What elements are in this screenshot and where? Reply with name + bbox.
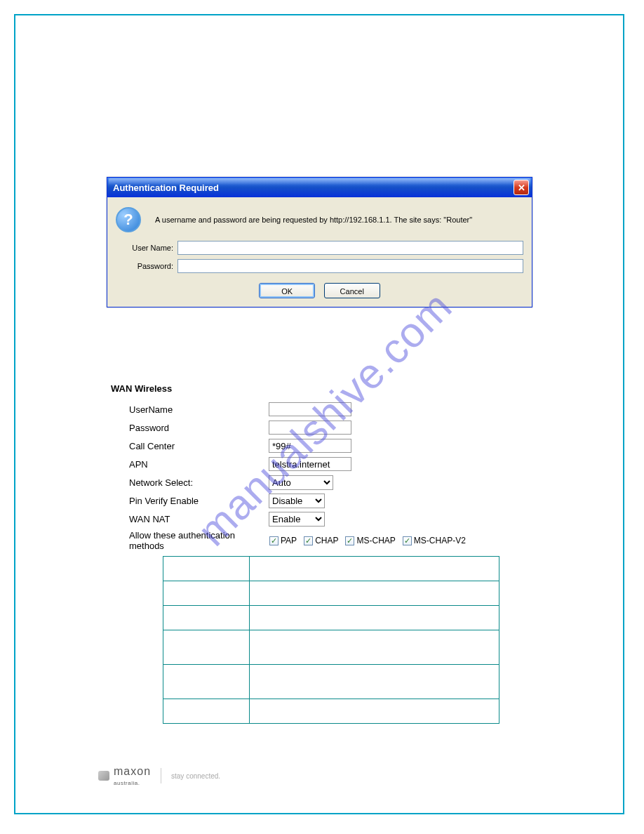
check-icon: ✓ xyxy=(269,536,279,545)
checkbox-label: MS-CHAP xyxy=(356,536,395,545)
checkbox-mschap[interactable]: ✓ MS-CHAP xyxy=(345,536,395,545)
check-icon: ✓ xyxy=(403,536,412,545)
wan-netselect-label: Network Select: xyxy=(111,477,269,488)
footer-sub: australia. xyxy=(114,780,140,786)
footer-brand: maxon xyxy=(114,765,151,777)
auth-methods-group: ✓ PAP ✓ CHAP ✓ MS-CHAP ✓ MS-CHAP-V2 xyxy=(269,536,470,545)
dialog-body: ? A username and password are being requ… xyxy=(107,197,532,307)
checkbox-chap[interactable]: ✓ CHAP xyxy=(304,536,338,545)
footer-separator xyxy=(161,768,161,783)
wan-apn-label: APN xyxy=(111,459,269,470)
dialog-message: A username and password are being reques… xyxy=(155,216,472,224)
wan-netselect-dropdown[interactable]: Auto xyxy=(269,475,333,490)
dialog-titlebar: Authentication Required ✕ xyxy=(107,178,532,197)
checkbox-mschapv2[interactable]: ✓ MS-CHAP-V2 xyxy=(403,536,466,545)
username-label: User Name: xyxy=(116,244,173,252)
footer: maxon australia. stay connected. xyxy=(98,765,220,786)
wan-password-input[interactable] xyxy=(269,421,351,435)
cancel-button[interactable]: Cancel xyxy=(324,283,380,298)
checkbox-pap[interactable]: ✓ PAP xyxy=(269,536,297,545)
question-icon: ? xyxy=(116,207,141,232)
wan-username-label: UserName xyxy=(111,404,269,415)
wan-username-input[interactable] xyxy=(269,402,351,416)
wan-apn-input[interactable] xyxy=(269,457,351,471)
wan-callcenter-label: Call Center xyxy=(111,441,269,451)
wan-wireless-section: WAN Wireless UserName Password Call Cent… xyxy=(111,383,532,551)
wan-pinverify-label: Pin Verify Enable xyxy=(111,496,269,506)
password-input[interactable] xyxy=(177,259,523,273)
maxon-logo-icon xyxy=(98,771,109,781)
password-label: Password: xyxy=(116,262,173,270)
close-button[interactable]: ✕ xyxy=(514,180,529,195)
dialog-title: Authentication Required xyxy=(113,183,219,193)
auth-methods-label: Allow these authentication methods xyxy=(129,530,269,551)
checkbox-label: MS-CHAP-V2 xyxy=(414,536,466,545)
wan-nat-label: WAN NAT xyxy=(111,514,269,524)
checkbox-label: CHAP xyxy=(315,536,338,545)
wan-title: WAN Wireless xyxy=(111,383,532,394)
auth-dialog: Authentication Required ✕ ? A username a… xyxy=(107,177,532,307)
wan-nat-dropdown[interactable]: Enable xyxy=(269,512,325,527)
check-icon: ✓ xyxy=(345,536,354,545)
close-icon: ✕ xyxy=(518,183,525,193)
wan-pinverify-dropdown[interactable]: Disable xyxy=(269,494,325,508)
check-icon: ✓ xyxy=(304,536,313,545)
username-input[interactable] xyxy=(177,241,523,255)
apn-table xyxy=(163,556,499,724)
wan-password-label: Password xyxy=(111,423,269,433)
footer-tagline: stay connected. xyxy=(171,772,220,780)
wan-callcenter-input[interactable] xyxy=(269,439,351,453)
checkbox-label: PAP xyxy=(281,536,297,545)
ok-button[interactable]: OK xyxy=(259,283,315,298)
